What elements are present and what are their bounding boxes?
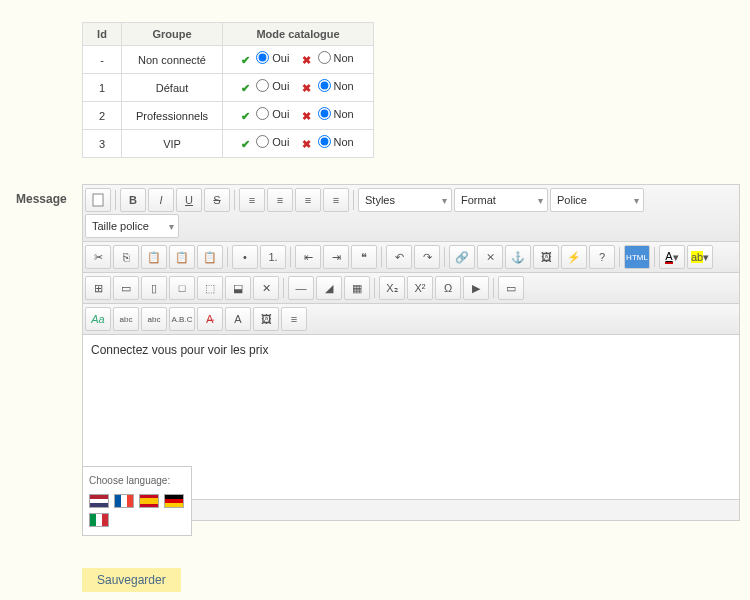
cell-mode: ✔ Oui ✖ Non: [223, 102, 374, 130]
cell-group: Défaut: [122, 74, 223, 102]
cell-group: Professionnels: [122, 102, 223, 130]
superscript-icon[interactable]: X²: [407, 276, 433, 300]
media-icon[interactable]: ▶: [463, 276, 489, 300]
show-blocks-icon[interactable]: abc: [113, 307, 139, 331]
group-catalogue-table: Id Groupe Mode catalogue -Non connecté✔ …: [82, 22, 374, 158]
direction-icon[interactable]: ≡: [281, 307, 307, 331]
font-select[interactable]: Police: [550, 188, 644, 212]
cell-mode: ✔ Oui ✖ Non: [223, 74, 374, 102]
check-icon: ✔: [238, 110, 252, 124]
unlink-icon[interactable]: ⨯: [477, 245, 503, 269]
redo-icon[interactable]: ↷: [414, 245, 440, 269]
case-icon[interactable]: A.B.C: [169, 307, 195, 331]
cell-mode: ✔ Oui ✖ Non: [223, 130, 374, 158]
radio-yes[interactable]: Oui: [256, 107, 289, 120]
blockquote-icon[interactable]: ❝: [351, 245, 377, 269]
underline-button[interactable]: U: [176, 188, 202, 212]
paste-icon[interactable]: 📋: [141, 245, 167, 269]
radio-no[interactable]: Non: [318, 107, 354, 120]
html-icon[interactable]: HTML: [624, 245, 650, 269]
spell-icon[interactable]: abc: [141, 307, 167, 331]
bgcolor-icon[interactable]: ab▾: [687, 245, 713, 269]
table-row: -Non connecté✔ Oui ✖ Non: [83, 46, 374, 74]
indent-icon[interactable]: ⇥: [323, 245, 349, 269]
textcolor-icon[interactable]: A▾: [659, 245, 685, 269]
cross-icon: ✖: [300, 54, 314, 68]
bullet-list-icon[interactable]: •: [232, 245, 258, 269]
flag-it-icon[interactable]: [89, 513, 109, 527]
radio-no[interactable]: Non: [318, 135, 354, 148]
a-btn-icon[interactable]: A: [225, 307, 251, 331]
hr-icon[interactable]: —: [288, 276, 314, 300]
tbl-row-icon[interactable]: ▭: [113, 276, 139, 300]
image-icon[interactable]: 🖼: [533, 245, 559, 269]
radio-yes[interactable]: Oui: [256, 79, 289, 92]
message-label: Message: [16, 192, 67, 206]
cell-id: 2: [83, 102, 122, 130]
cut-icon[interactable]: ✂: [85, 245, 111, 269]
flash-icon[interactable]: ⚡: [561, 245, 587, 269]
cell-group: VIP: [122, 130, 223, 158]
outdent-icon[interactable]: ⇤: [295, 245, 321, 269]
copy-icon[interactable]: ⎘: [113, 245, 139, 269]
radio-no[interactable]: Non: [318, 79, 354, 92]
format-select[interactable]: Format: [454, 188, 548, 212]
new-doc-icon[interactable]: [85, 188, 111, 212]
cell-mode: ✔ Oui ✖ Non: [223, 46, 374, 74]
align-center-icon[interactable]: ≡: [267, 188, 293, 212]
editor-toolbar-4: Aa abc abc A.B.C A̶ A 🖼 ≡: [83, 304, 739, 335]
editor-toolbar: B I U S ≡ ≡ ≡ ≡ Styles Format Police Tai…: [83, 185, 739, 242]
paste-word-icon[interactable]: 📋: [197, 245, 223, 269]
cell-id: 1: [83, 74, 122, 102]
cell-id: 3: [83, 130, 122, 158]
size-select[interactable]: Taille police: [85, 214, 179, 238]
align-left-icon[interactable]: ≡: [239, 188, 265, 212]
col-mode: Mode catalogue: [223, 23, 374, 46]
strike-button[interactable]: S: [204, 188, 230, 212]
flag-fr-icon[interactable]: [114, 494, 134, 508]
check-icon: ✔: [238, 138, 252, 152]
table-row: 3VIP✔ Oui ✖ Non: [83, 130, 374, 158]
tbl-split-icon[interactable]: ⬓: [225, 276, 251, 300]
radio-yes[interactable]: Oui: [256, 135, 289, 148]
eraser-icon[interactable]: ◢: [316, 276, 342, 300]
number-list-icon[interactable]: 1.: [260, 245, 286, 269]
insert-img-icon[interactable]: 🖼: [253, 307, 279, 331]
template-icon[interactable]: ▦: [344, 276, 370, 300]
bold-button[interactable]: B: [120, 188, 146, 212]
align-right-icon[interactable]: ≡: [295, 188, 321, 212]
save-button[interactable]: Sauvegarder: [82, 568, 181, 592]
tbl-del-icon[interactable]: ✕: [253, 276, 279, 300]
flag-de-icon[interactable]: [164, 494, 184, 508]
undo-icon[interactable]: ↶: [386, 245, 412, 269]
cross-icon: ✖: [300, 82, 314, 96]
remove-fmt-icon[interactable]: A̶: [197, 307, 223, 331]
special-char-icon[interactable]: Ω: [435, 276, 461, 300]
help-icon[interactable]: ?: [589, 245, 615, 269]
cross-icon: ✖: [300, 138, 314, 152]
col-id: Id: [83, 23, 122, 46]
check-icon: ✔: [238, 82, 252, 96]
align-justify-icon[interactable]: ≡: [323, 188, 349, 212]
table-row: 1Défaut✔ Oui ✖ Non: [83, 74, 374, 102]
table-icon[interactable]: ⊞: [85, 276, 111, 300]
check-icon: ✔: [238, 54, 252, 68]
svg-rect-0: [93, 194, 103, 206]
styles-select[interactable]: Styles: [358, 188, 452, 212]
paste-text-icon[interactable]: 📋: [169, 245, 195, 269]
radio-yes[interactable]: Oui: [256, 51, 289, 64]
cell-id: -: [83, 46, 122, 74]
radio-no[interactable]: Non: [318, 51, 354, 64]
col-group: Groupe: [122, 23, 223, 46]
link-icon[interactable]: 🔗: [449, 245, 475, 269]
tbl-merge-icon[interactable]: ⬚: [197, 276, 223, 300]
subscript-icon[interactable]: X₂: [379, 276, 405, 300]
flag-us-icon[interactable]: [89, 494, 109, 508]
tbl-cell-icon[interactable]: □: [169, 276, 195, 300]
anchor-icon[interactable]: ⚓: [505, 245, 531, 269]
italic-button[interactable]: I: [148, 188, 174, 212]
flag-es-icon[interactable]: [139, 494, 159, 508]
font-aa-icon[interactable]: Aa: [85, 307, 111, 331]
div-icon[interactable]: ▭: [498, 276, 524, 300]
tbl-col-icon[interactable]: ▯: [141, 276, 167, 300]
